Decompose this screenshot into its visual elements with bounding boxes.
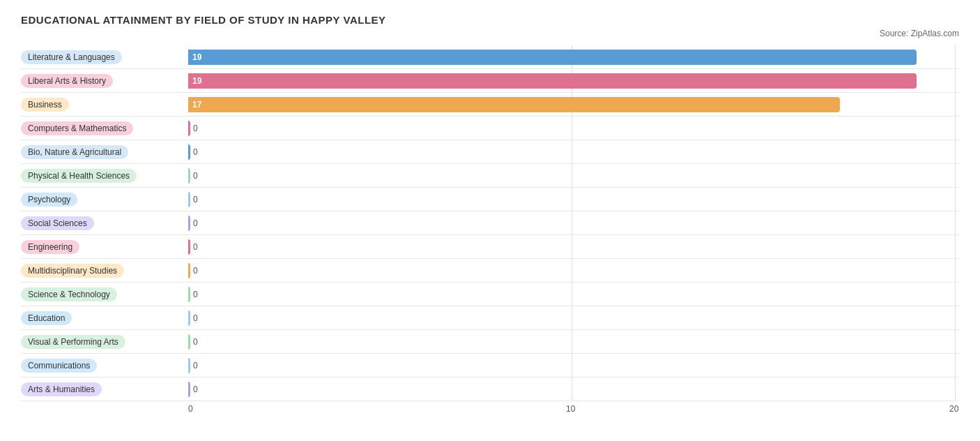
bar-value-label: 0	[190, 290, 198, 299]
grid-line	[955, 93, 956, 116]
bar-label: Engineering	[21, 240, 188, 254]
grid-line	[955, 330, 956, 353]
bar-fill	[188, 382, 190, 397]
bar-row: Science & Technology0	[21, 283, 959, 306]
bar-area: 0	[188, 330, 959, 353]
bar-fill: 17	[188, 97, 840, 112]
chart-container: Literature & Languages19Liberal Arts & H…	[21, 45, 959, 417]
bar-fill	[188, 239, 190, 255]
grid-line	[572, 306, 572, 329]
bar-row: Psychology0	[21, 188, 959, 211]
bar-row: Liberal Arts & History19	[21, 69, 959, 93]
bar-value-label: 0	[190, 313, 198, 323]
bar-row: Physical & Health Sciences0	[21, 164, 959, 188]
bar-area: 0	[188, 306, 959, 329]
label-pill: Bio, Nature & Agricultural	[21, 145, 128, 159]
bar-value-label: 19	[188, 52, 201, 62]
bar-value-label: 0	[190, 384, 198, 394]
bar-area: 0	[188, 378, 959, 401]
grid-line	[572, 188, 572, 211]
bar-label: Multidisciplinary Studies	[21, 264, 188, 278]
bar-value-label: 0	[190, 242, 198, 252]
grid-line	[955, 164, 956, 187]
grid-line	[955, 117, 956, 140]
bar-label: Business	[21, 98, 188, 112]
label-pill: Arts & Humanities	[21, 382, 102, 396]
bar-area: 19	[188, 45, 959, 68]
bar-row: Communications0	[21, 354, 959, 378]
grid-line	[572, 235, 572, 258]
label-pill: Computers & Mathematics	[21, 121, 133, 135]
bar-row: Education0	[21, 306, 959, 330]
x-tick-label: 10	[566, 404, 575, 414]
label-pill: Liberal Arts & History	[21, 74, 113, 88]
bar-area: 0	[188, 188, 959, 211]
bar-label: Computers & Mathematics	[21, 121, 188, 135]
bar-label: Liberal Arts & History	[21, 74, 188, 88]
bar-fill	[188, 287, 190, 302]
grid-line	[572, 164, 572, 187]
grid-line	[572, 259, 572, 282]
grid-line	[955, 45, 956, 68]
bar-value-label: 0	[190, 124, 198, 133]
bar-row: Arts & Humanities0	[21, 378, 959, 401]
label-pill: Visual & Performing Arts	[21, 335, 125, 349]
bar-fill	[188, 168, 190, 184]
bar-label: Science & Technology	[21, 287, 188, 301]
label-pill: Multidisciplinary Studies	[21, 264, 124, 278]
grid-line	[955, 354, 956, 377]
grid-line	[955, 69, 956, 92]
bar-area: 0	[188, 211, 959, 234]
label-pill: Education	[21, 311, 72, 325]
grid-line	[955, 306, 956, 329]
bar-label: Physical & Health Sciences	[21, 169, 188, 183]
label-pill: Engineering	[21, 240, 79, 254]
grid-line	[572, 211, 572, 234]
bar-value-label: 17	[188, 100, 201, 110]
bar-fill	[188, 358, 190, 373]
source-label: Source: ZipAtlas.com	[21, 29, 959, 38]
grid-line	[955, 140, 956, 163]
bar-label: Bio, Nature & Agricultural	[21, 145, 188, 159]
bar-area: 0	[188, 354, 959, 377]
bar-value-label: 0	[190, 361, 198, 371]
bar-value-label: 0	[190, 171, 198, 181]
bar-fill	[188, 216, 190, 231]
bar-fill	[188, 121, 190, 136]
label-pill: Communications	[21, 359, 97, 373]
bar-value-label: 19	[188, 76, 201, 86]
bar-label: Social Sciences	[21, 216, 188, 230]
bar-area: 0	[188, 164, 959, 187]
grid-line	[572, 283, 572, 306]
bar-row: Engineering0	[21, 235, 959, 259]
bar-label: Psychology	[21, 193, 188, 207]
bar-fill: 19	[188, 73, 917, 89]
bar-value-label: 0	[190, 147, 198, 157]
grid-line	[572, 117, 572, 140]
bar-value-label: 0	[190, 266, 198, 276]
bar-area: 0	[188, 259, 959, 282]
bar-label: Visual & Performing Arts	[21, 335, 188, 349]
bar-area: 0	[188, 235, 959, 258]
bar-label: Communications	[21, 359, 188, 373]
bar-label: Literature & Languages	[21, 50, 188, 64]
label-pill: Business	[21, 98, 69, 112]
grid-line	[955, 378, 956, 401]
x-tick-label: 20	[949, 404, 958, 414]
x-tick-label: 0	[188, 404, 193, 414]
grid-line	[572, 140, 572, 163]
bar-fill	[188, 334, 190, 350]
label-pill: Physical & Health Sciences	[21, 169, 137, 183]
bar-area: 0	[188, 117, 959, 140]
bar-row: Multidisciplinary Studies0	[21, 259, 959, 283]
bar-fill	[188, 144, 190, 160]
bar-row: Business17	[21, 93, 959, 117]
bar-row: Literature & Languages19	[21, 45, 959, 69]
bar-area: 17	[188, 93, 959, 116]
bar-label: Arts & Humanities	[21, 382, 188, 396]
label-pill: Science & Technology	[21, 287, 117, 301]
grid-line	[955, 188, 956, 211]
bar-row: Visual & Performing Arts0	[21, 330, 959, 354]
label-pill: Psychology	[21, 193, 77, 207]
bar-row: Computers & Mathematics0	[21, 117, 959, 140]
